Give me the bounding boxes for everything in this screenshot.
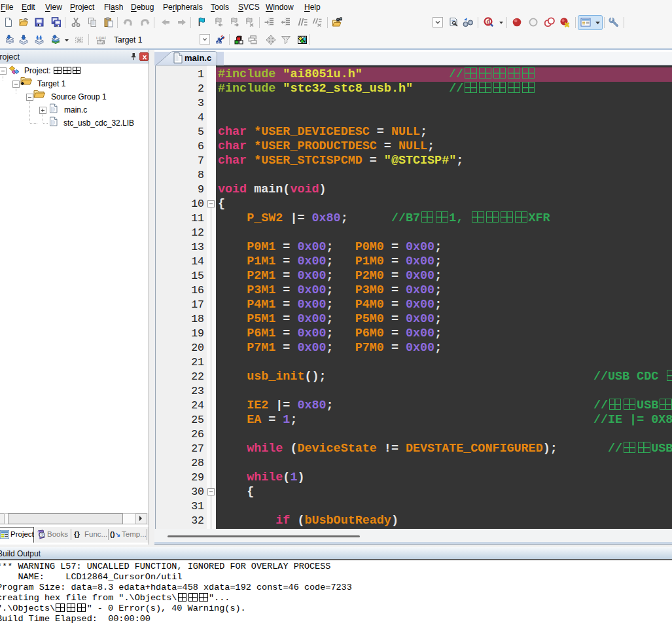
svg-text:LOAD: LOAD — [96, 36, 106, 40]
svg-text:?: ? — [41, 532, 44, 538]
svg-text:d: d — [486, 18, 490, 25]
